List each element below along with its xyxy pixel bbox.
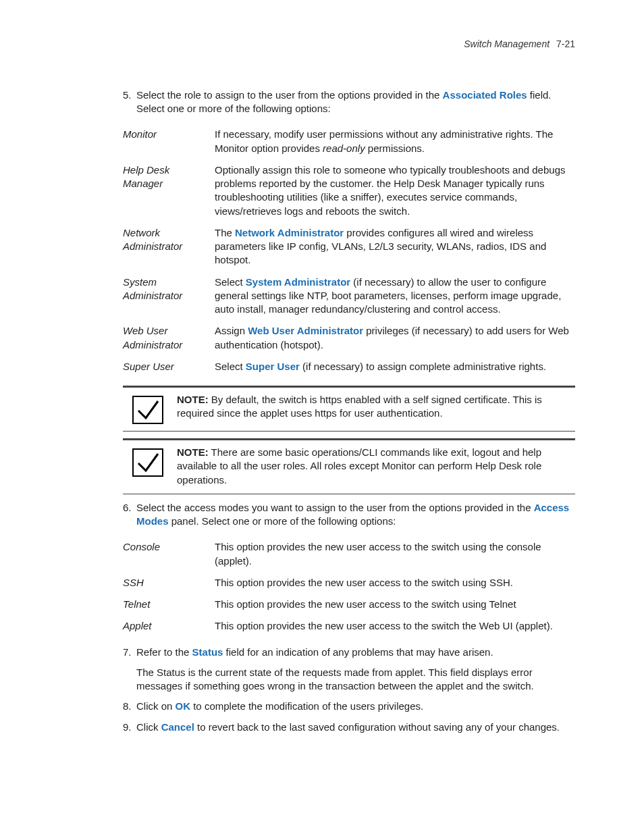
- associated-roles-field: Associated Roles: [443, 89, 527, 101]
- header-chapter: Switch Management: [464, 38, 549, 49]
- mode-term: Console: [123, 536, 215, 572]
- role-term: Monitor: [123, 124, 215, 159]
- step-text: Click Cancel to revert back to the last …: [136, 721, 560, 733]
- checkmark-icon: [132, 396, 163, 424]
- header-page: 7-21: [556, 38, 575, 49]
- table-row: System Administrator Select System Admin…: [123, 271, 575, 321]
- mode-desc: This option provides the new user access…: [215, 572, 575, 594]
- table-row: Super User Select Super User (if necessa…: [123, 356, 575, 377]
- step-9: 9. Click Cancel to revert back to the la…: [123, 721, 575, 734]
- step-6: 6. Select the access modes you want to a…: [123, 501, 575, 529]
- status-field: Status: [192, 646, 223, 658]
- cancel-button-ref: Cancel: [161, 721, 194, 733]
- page-header: Switch Management 7-21: [69, 38, 575, 51]
- mode-desc: This option provides the new user access…: [215, 615, 575, 637]
- step-7-extra: The Status is the current state of the r…: [136, 666, 575, 694]
- step-text: Select the role to assign to the user fr…: [136, 89, 552, 114]
- svg-rect-1: [133, 449, 163, 476]
- mode-desc: This option provides the new user access…: [215, 594, 575, 615]
- mode-term: Telnet: [123, 594, 215, 615]
- table-row: Monitor If necessary, modify user permis…: [123, 124, 575, 159]
- ok-button-ref: OK: [176, 700, 191, 712]
- table-row: Network Administrator The Network Admini…: [123, 222, 575, 271]
- modes-table: Console This option provides the new use…: [123, 536, 575, 637]
- roles-table: Monitor If necessary, modify user permis…: [123, 124, 575, 377]
- checkmark-icon: [132, 448, 163, 487]
- step-number: 7.: [123, 646, 132, 659]
- step-text: Select the access modes you want to assi…: [136, 502, 569, 527]
- role-term: Network Administrator: [123, 222, 215, 271]
- table-row: Help Desk Manager Optionally assign this…: [123, 159, 575, 222]
- role-term: Super User: [123, 356, 215, 377]
- svg-rect-0: [133, 396, 163, 423]
- table-row: Console This option provides the new use…: [123, 536, 575, 572]
- table-row: Web User Administrator Assign Web User A…: [123, 320, 575, 356]
- role-term: Help Desk Manager: [123, 159, 215, 222]
- note-block-1: NOTE: By default, the switch is https en…: [123, 386, 575, 432]
- mode-desc: This option provides the new user access…: [215, 536, 575, 572]
- role-desc: Assign Web User Administrator privileges…: [215, 320, 575, 356]
- role-desc: Select Super User (if necessary) to assi…: [215, 356, 575, 377]
- step-number: 6.: [123, 501, 132, 515]
- note-text: NOTE: By default, the switch is https en…: [177, 392, 575, 424]
- mode-term: SSH: [123, 572, 215, 594]
- step-number: 9.: [123, 721, 132, 734]
- role-term: System Administrator: [123, 271, 215, 321]
- step-8: 8. Click on OK to complete the modificat…: [123, 700, 575, 713]
- role-desc: Optionally assign this role to someone w…: [215, 159, 575, 222]
- note-text: NOTE: There are some basic operations/CL…: [177, 444, 575, 487]
- mode-term: Applet: [123, 615, 215, 637]
- role-desc: The Network Administrator provides confi…: [215, 222, 575, 271]
- step-7: 7. Refer to the Status field for an indi…: [123, 646, 575, 694]
- step-text: Refer to the Status field for an indicat…: [136, 646, 493, 658]
- step-text: Click on OK to complete the modification…: [136, 700, 423, 712]
- table-row: Applet This option provides the new user…: [123, 615, 575, 637]
- role-desc: Select System Administrator (if necessar…: [215, 271, 575, 321]
- step-number: 8.: [123, 700, 132, 713]
- table-row: Telnet This option provides the new user…: [123, 594, 575, 615]
- step-number: 5.: [123, 88, 132, 102]
- role-desc: If necessary, modify user permissions wi…: [215, 124, 575, 159]
- note-block-2: NOTE: There are some basic operations/CL…: [123, 438, 575, 494]
- role-term: Web User Administrator: [123, 320, 215, 356]
- table-row: SSH This option provides the new user ac…: [123, 572, 575, 594]
- step-5: 5. Select the role to assign to the user…: [123, 88, 575, 116]
